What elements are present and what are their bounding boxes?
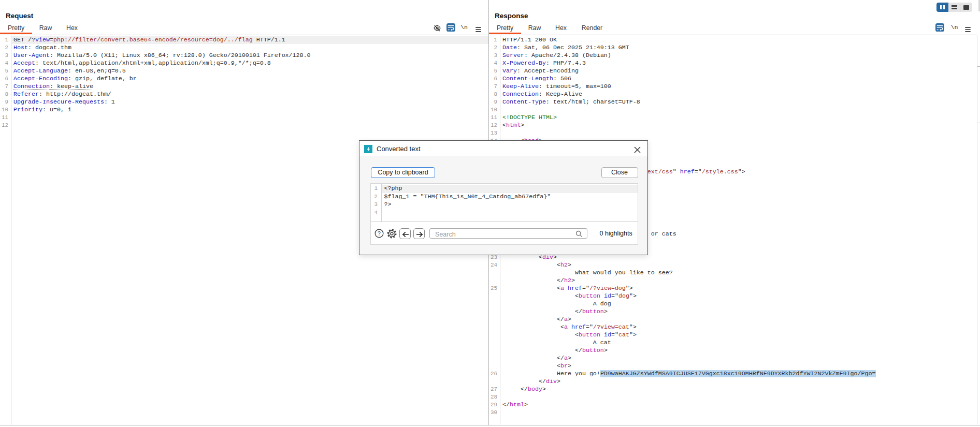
svg-text:?: ? bbox=[378, 230, 381, 237]
